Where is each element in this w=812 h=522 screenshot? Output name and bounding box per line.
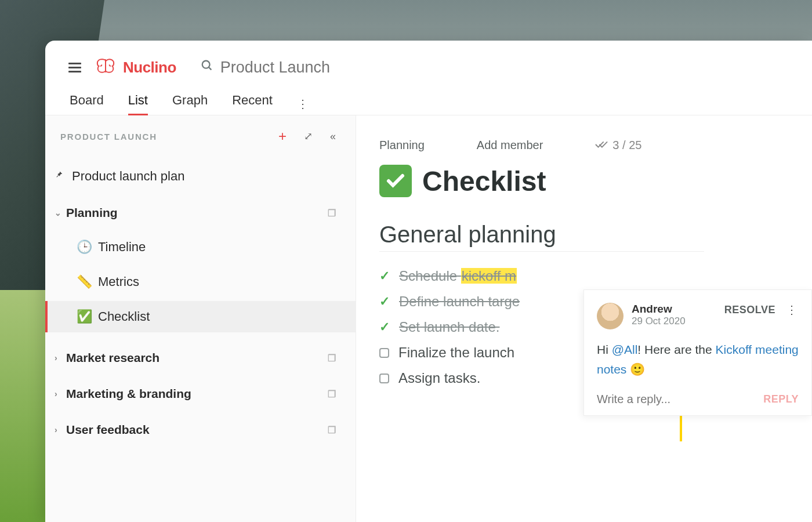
sidebar-item-metrics[interactable]: 📏 Metrics [45, 266, 356, 298]
view-tabs: Board List Graph Recent ⋮ [45, 90, 812, 115]
mention[interactable]: @All [612, 343, 638, 356]
document-view: Planning Add member 3 / 25 Checklist Gen… [356, 115, 812, 522]
section-heading: General planning [379, 222, 704, 252]
checklist-item[interactable]: ✓ Schedule kickoff m [379, 263, 704, 289]
highlighted-text: kickoff m [461, 268, 517, 284]
breadcrumb[interactable]: Planning [379, 139, 425, 152]
sidebar-item-timeline[interactable]: 🕒 Timeline [45, 231, 356, 263]
pinned-item[interactable]: Product launch plan [45, 161, 356, 192]
item-label: Metrics [98, 274, 139, 289]
checked-icon: ✓ [379, 294, 390, 309]
comment-body: Hi @All! Here are the Kickoff meeting no… [597, 340, 799, 379]
item-text: Finalize the launch [398, 345, 514, 361]
tab-recent[interactable]: Recent [232, 93, 273, 115]
sidebar-group-marketing[interactable]: › Marketing & branding ❐ [45, 379, 356, 409]
group-label: User feedback [66, 423, 150, 437]
read-count: 3 / 25 [612, 139, 641, 152]
sidebar-group-feedback[interactable]: › User feedback ❐ [45, 415, 356, 445]
copy-icon[interactable]: ❐ [328, 389, 336, 400]
resolve-button[interactable]: RESOLVE [724, 304, 775, 316]
tab-list[interactable]: List [128, 93, 148, 115]
comment-more-icon[interactable]: ⋮ [786, 303, 799, 317]
expand-icon[interactable]: ⤢ [304, 130, 313, 143]
tab-graph[interactable]: Graph [172, 93, 208, 115]
item-text: Define launch targe [399, 293, 520, 310]
sidebar-group-market[interactable]: › Market research ❐ [45, 343, 356, 373]
search-icon[interactable] [201, 59, 213, 75]
comment-date: 29 Oct 2020 [632, 316, 686, 327]
svg-point-0 [202, 61, 210, 68]
add-member-link[interactable]: Add member [477, 139, 543, 152]
unchecked-box-icon[interactable] [379, 348, 389, 358]
clock-icon: 🕒 [77, 240, 92, 255]
checked-icon: ✓ [379, 320, 390, 335]
group-label: Marketing & branding [66, 387, 191, 401]
chevron-right-icon: › [55, 389, 63, 398]
read-status[interactable]: 3 / 25 [595, 139, 641, 152]
sidebar: PRODUCT LAUNCH + ⤢ « Product launch plan… [45, 115, 356, 522]
doc-title: Checklist [379, 165, 812, 197]
app-logo[interactable]: Nuclino [94, 55, 176, 80]
read-icon [595, 139, 608, 152]
chevron-right-icon: › [55, 353, 63, 362]
group-label: Planning [66, 206, 118, 220]
item-label: Timeline [98, 240, 146, 255]
copy-icon[interactable]: ❐ [328, 353, 336, 364]
sidebar-group-planning[interactable]: ⌄ Planning ❐ [45, 198, 356, 228]
comment-author: Andrew [632, 303, 686, 316]
pin-icon [55, 169, 64, 184]
item-text: Schedule kickoff m [399, 268, 517, 284]
unchecked-box-icon[interactable] [379, 374, 389, 383]
brain-icon [94, 55, 117, 80]
check-badge-icon [379, 165, 412, 197]
top-bar: Nuclino [45, 41, 812, 90]
item-text: Set launch date. [399, 319, 499, 335]
app-window: Nuclino Board List Graph Recent ⋮ PRODUC… [45, 41, 812, 522]
reply-input[interactable] [597, 393, 763, 406]
title-text: Checklist [422, 165, 546, 197]
collapse-sidebar-icon[interactable]: « [330, 130, 336, 143]
chevron-down-icon: ⌄ [55, 208, 63, 217]
ruler-icon: 📏 [77, 274, 92, 289]
group-label: Market research [66, 351, 160, 365]
brand-name: Nuclino [123, 59, 176, 77]
comment-panel: Andrew 29 Oct 2020 RESOLVE ⋮ Hi @All! He… [583, 289, 812, 416]
svg-line-1 [209, 67, 212, 70]
tab-board[interactable]: Board [70, 93, 104, 115]
check-icon: ✅ [77, 309, 92, 324]
menu-icon[interactable] [68, 63, 81, 72]
item-text: Assign tasks. [398, 370, 480, 386]
workspace-title: PRODUCT LAUNCH [60, 132, 157, 142]
pinned-label: Product launch plan [72, 169, 184, 184]
search-input[interactable] [220, 59, 452, 77]
more-icon[interactable]: ⋮ [297, 97, 310, 111]
sidebar-item-checklist[interactable]: ✅ Checklist [45, 301, 356, 332]
reply-button[interactable]: REPLY [763, 393, 799, 405]
add-item-icon[interactable]: + [278, 128, 287, 144]
copy-icon[interactable]: ❐ [328, 425, 336, 436]
avatar[interactable] [597, 303, 624, 329]
chevron-right-icon: › [55, 425, 63, 434]
copy-icon[interactable]: ❐ [328, 208, 336, 219]
item-label: Checklist [98, 309, 150, 324]
search [201, 59, 452, 77]
checked-icon: ✓ [379, 269, 390, 284]
